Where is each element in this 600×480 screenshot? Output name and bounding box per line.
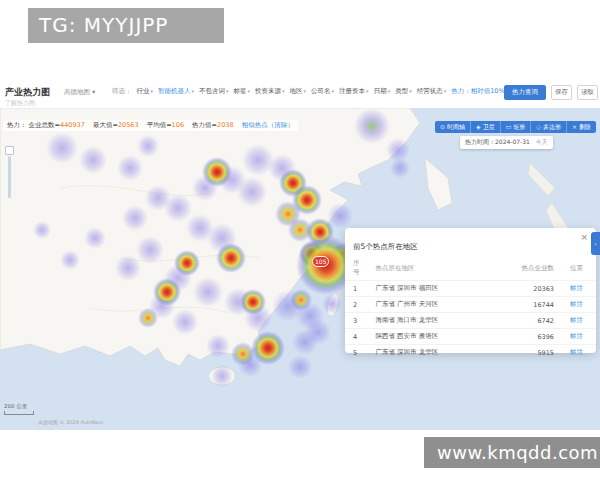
map-attribution: 高德地图 © 2024 AutoNavi bbox=[38, 419, 103, 425]
filter-region[interactable]: 地区▾ bbox=[290, 87, 307, 96]
mark-link[interactable]: 标注 bbox=[570, 332, 583, 340]
watermark-bottom: www.kmqdd.com bbox=[424, 437, 600, 468]
island-shape bbox=[528, 163, 555, 196]
col-no: 序号 bbox=[345, 256, 368, 281]
chevron-down-icon: ▾ bbox=[366, 88, 369, 94]
close-icon[interactable]: × bbox=[580, 232, 588, 242]
chevron-down-icon: ▾ bbox=[388, 88, 391, 94]
chevron-down-icon: ▾ bbox=[151, 88, 154, 94]
chevron-down-icon: ▾ bbox=[304, 88, 307, 94]
row-area: 广东省 广州市 天河区 bbox=[368, 297, 511, 313]
load-button[interactable]: 读取 bbox=[577, 85, 598, 100]
today-link[interactable]: 今天 bbox=[536, 138, 548, 145]
chevron-down-icon: ▾ bbox=[282, 88, 285, 94]
toolbar-delete[interactable]: ×删除 bbox=[566, 121, 596, 133]
clear-link[interactable]: （清除） bbox=[268, 121, 294, 129]
map-scale: 200 公里 bbox=[4, 403, 34, 415]
stats-label: 热力： bbox=[7, 121, 27, 129]
row-count: 20363 bbox=[510, 281, 562, 297]
zoom-slider-track[interactable] bbox=[8, 156, 11, 198]
filter-bar: 筛选： 行业▾ 智能机器人▾ 不包含词▾ 标签▾ 投资来源▾ 地区▾ 公司名▾ … bbox=[112, 87, 508, 96]
mark-link[interactable]: 标注 bbox=[570, 284, 583, 292]
mark-link[interactable]: 标注 bbox=[570, 348, 583, 356]
header-bar: 产业热力图 高德地图 ▾ 了解热力图 筛选： 行业▾ 智能机器人▾ 不包含词▾ … bbox=[0, 82, 600, 108]
help-link[interactable]: 了解热力图 bbox=[5, 99, 35, 108]
stat-heat-value: 2038 bbox=[217, 121, 234, 129]
filter-label: 筛选： bbox=[112, 87, 132, 96]
scale-label: 200 公里 bbox=[4, 403, 27, 409]
delete-icon: × bbox=[572, 121, 577, 133]
heat-time-box[interactable]: 热力时间：2024-07-31 今天 bbox=[460, 136, 553, 149]
page-title: 产业热力图 bbox=[5, 86, 50, 99]
stat-avg-value: 106 bbox=[172, 121, 184, 129]
filter-operating-status[interactable]: 经营状态▾ bbox=[417, 87, 447, 96]
table-row: 1 广东省 深圳市 福田区 20363 标注 bbox=[345, 281, 596, 297]
top-hotspots-panel: 前5个热点所在地区 × 序号 热点所在地区 热点企业数 位置 1 广东省 深圳市… bbox=[345, 228, 596, 353]
filter-heat-threshold[interactable]: 热力：相对值10%▾ bbox=[451, 87, 508, 96]
zoom-slider-handle[interactable] bbox=[5, 146, 14, 155]
chevron-down-icon: ▾ bbox=[226, 88, 229, 94]
watermark-top: TG: MYYJJPP bbox=[28, 8, 224, 43]
polygon-icon: ◇ bbox=[536, 121, 541, 133]
chevron-down-icon: ▾ bbox=[409, 88, 412, 94]
row-area: 广东省 深圳市 龙华区 bbox=[368, 345, 511, 361]
filter-investment-source[interactable]: 投资来源▾ bbox=[255, 87, 285, 96]
chevron-down-icon: ▾ bbox=[192, 88, 195, 94]
row-no: 3 bbox=[345, 313, 368, 329]
heat-query-button[interactable]: 热力查询 bbox=[504, 85, 546, 100]
zoom-slider[interactable] bbox=[5, 146, 14, 198]
row-area: 陕西省 西安市 雁塔区 bbox=[368, 329, 511, 345]
row-count: 16744 bbox=[510, 297, 562, 313]
table-row: 2 广东省 广州市 天河区 16744 标注 bbox=[345, 297, 596, 313]
col-action: 位置 bbox=[562, 256, 596, 281]
map-source-select[interactable]: 高德地图 ▾ bbox=[64, 88, 95, 97]
filter-tags[interactable]: 标签▾ bbox=[234, 87, 251, 96]
map-toolbar: ⊙时间轴 ◈卫星 ▭矩形 ◇多边形 ×删除 bbox=[435, 121, 596, 133]
row-count: 6742 bbox=[510, 313, 562, 329]
cluster-count-badge[interactable]: 105 bbox=[312, 256, 329, 267]
row-no: 5 bbox=[345, 345, 368, 361]
filter-company-name[interactable]: 公司名▾ bbox=[311, 87, 334, 96]
heat-time-label: 热力时间：2024-07-31 bbox=[465, 138, 530, 145]
toolbar-polygon[interactable]: ◇多边形 bbox=[530, 121, 566, 133]
row-area: 广东省 深圳市 福田区 bbox=[368, 281, 511, 297]
row-area: 海南省 海口市 龙华区 bbox=[368, 313, 511, 329]
stat-heat-label: 热力值= bbox=[192, 121, 217, 129]
row-count: 6396 bbox=[510, 329, 562, 345]
row-no: 4 bbox=[345, 329, 368, 345]
mark-link[interactable]: 标注 bbox=[570, 316, 583, 324]
filter-registered-capital[interactable]: 注册资本▾ bbox=[339, 87, 369, 96]
hotspots-table: 序号 热点所在地区 热点企业数 位置 1 广东省 深圳市 福田区 20363 标… bbox=[345, 256, 596, 360]
rectangle-icon: ▭ bbox=[506, 121, 512, 133]
save-button[interactable]: 保存 bbox=[551, 85, 572, 100]
filter-industry[interactable]: 行业▾ bbox=[137, 87, 154, 96]
col-area: 热点所在地区 bbox=[368, 256, 511, 281]
mark-link[interactable]: 标注 bbox=[570, 300, 583, 308]
toolbar-satellite[interactable]: ◈卫星 bbox=[470, 121, 500, 133]
filter-exclude-words[interactable]: 不包含词▾ bbox=[199, 87, 229, 96]
stat-max-value: 20563 bbox=[118, 121, 139, 129]
toolbar-timeline[interactable]: ⊙时间轴 bbox=[435, 121, 470, 133]
similar-hotspots-link[interactable]: 相似热点 bbox=[242, 121, 268, 129]
filter-date[interactable]: 日期▾ bbox=[374, 87, 391, 96]
row-no: 2 bbox=[345, 297, 368, 313]
chevron-down-icon: ▾ bbox=[444, 88, 447, 94]
panel-collapse-tab[interactable]: ‹ bbox=[591, 232, 600, 255]
satellite-icon: ◈ bbox=[476, 121, 481, 133]
stat-max-label: 最大值= bbox=[93, 121, 118, 129]
heat-stats: 热力： 企业总数=440937 最大值=20563 平均值=106 热力值=20… bbox=[3, 120, 298, 131]
heatmap-canvas[interactable]: 热力： 企业总数=440937 最大值=20563 平均值=106 热力值=20… bbox=[0, 108, 600, 430]
korea-shape bbox=[425, 158, 452, 210]
toolbar-rectangle[interactable]: ▭矩形 bbox=[500, 121, 531, 133]
filter-keyword[interactable]: 智能机器人▾ bbox=[158, 87, 194, 96]
chevron-down-icon: ▾ bbox=[332, 88, 335, 94]
table-row: 5 广东省 深圳市 龙华区 5915 标注 bbox=[345, 345, 596, 361]
stat-total-label: 企业总数= bbox=[29, 121, 60, 129]
scale-bar bbox=[4, 411, 34, 415]
filter-type[interactable]: 类型▾ bbox=[395, 87, 412, 96]
page: TG: MYYJJPP 产业热力图 高德地图 ▾ 了解热力图 筛选： 行业▾ 智… bbox=[0, 0, 600, 480]
row-no: 1 bbox=[345, 281, 368, 297]
panel-title: 前5个热点所在地区 bbox=[353, 242, 418, 251]
table-row: 3 海南省 海口市 龙华区 6742 标注 bbox=[345, 313, 596, 329]
chevron-down-icon: ▾ bbox=[92, 88, 95, 96]
